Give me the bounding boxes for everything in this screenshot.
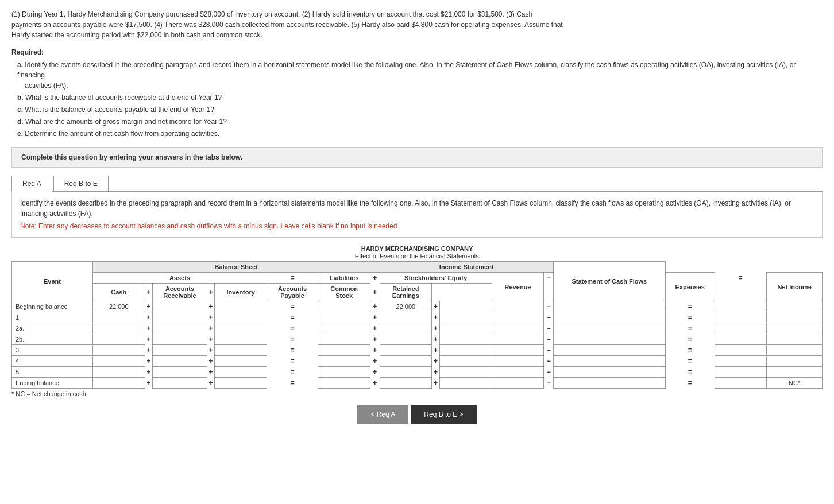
re-input-6[interactable] [450,369,481,375]
cash-input-1[interactable] [103,314,134,321]
cash-cell-1[interactable] [92,312,145,323]
next-button[interactable]: Req B to E > [411,405,476,424]
stmt-cf-cell-3[interactable] [767,334,823,345]
ap-input-7[interactable] [329,379,360,386]
revenue-input-7[interactable] [502,379,534,386]
ar-cell-4[interactable] [153,345,207,356]
ar-cell-7[interactable] [153,378,207,389]
re-input-1[interactable] [450,314,481,321]
expenses-cell-2[interactable] [553,323,665,334]
re-cell-1[interactable] [439,312,492,323]
expenses-input-0[interactable] [593,303,625,310]
ar-input-3[interactable] [164,336,195,343]
re-cell-6[interactable] [439,367,492,378]
cash-input-5[interactable] [103,358,134,365]
re-cell-0[interactable] [439,301,492,312]
cash-input-6[interactable] [103,369,134,375]
ap-cell-2[interactable] [318,323,370,334]
expenses-input-7[interactable] [593,379,625,386]
expenses-cell-3[interactable] [553,334,665,345]
common-stock-cell-4[interactable] [380,345,432,356]
common-stock-input-5[interactable] [390,358,422,365]
revenue-cell-2[interactable] [492,323,544,334]
expenses-input-5[interactable] [593,358,625,365]
net-income-cell-6[interactable] [715,367,767,378]
expenses-input-2[interactable] [593,325,625,332]
ap-cell-3[interactable] [318,334,370,345]
revenue-input-4[interactable] [502,347,534,354]
stmt-cf-input-5[interactable] [779,358,810,365]
expenses-cell-5[interactable] [553,356,665,367]
prev-button[interactable]: < Req A [357,405,408,424]
inventory-cell-0[interactable] [215,301,267,312]
ap-input-6[interactable] [329,369,360,375]
revenue-input-1[interactable] [502,314,534,321]
ar-input-1[interactable] [164,314,195,321]
ar-input-4[interactable] [164,347,195,354]
inventory-input-3[interactable] [225,336,257,343]
stmt-cf-cell-2[interactable] [767,323,823,334]
expenses-input-4[interactable] [593,347,625,354]
cash-cell-5[interactable] [92,356,145,367]
cash-cell-3[interactable] [92,334,145,345]
net-income-cell-5[interactable] [715,356,767,367]
common-stock-input-1[interactable] [390,314,422,321]
inventory-cell-2[interactable] [215,323,267,334]
revenue-cell-5[interactable] [492,356,544,367]
net-income-cell-7[interactable] [715,378,767,389]
revenue-cell-7[interactable] [492,378,544,389]
net-income-cell-0[interactable] [715,301,767,312]
common-stock-input-2[interactable] [390,325,422,332]
ap-input-4[interactable] [329,347,360,354]
ar-input-6[interactable] [164,369,195,375]
cash-cell-2[interactable] [92,323,145,334]
stmt-cf-input-3[interactable] [779,336,810,343]
cash-cell-0[interactable]: 22,000 [92,301,145,312]
stmt-cf-input-0[interactable] [779,303,810,310]
ap-input-3[interactable] [329,336,360,343]
common-stock-input-3[interactable] [390,336,422,343]
stmt-cf-input-4[interactable] [779,347,810,354]
revenue-cell-6[interactable] [492,367,544,378]
stmt-cf-input-6[interactable] [779,369,810,375]
inventory-cell-6[interactable] [215,367,267,378]
ap-input-5[interactable] [329,358,360,365]
ar-input-7[interactable] [164,379,195,386]
revenue-cell-3[interactable] [492,334,544,345]
stmt-cf-cell-4[interactable] [767,345,823,356]
inventory-input-5[interactable] [225,358,257,365]
cash-cell-6[interactable] [92,367,145,378]
re-cell-3[interactable] [439,334,492,345]
inventory-cell-5[interactable] [215,356,267,367]
common-stock-cell-0[interactable]: 22,000 [380,301,432,312]
net-income-cell-2[interactable] [715,323,767,334]
net-income-input-0[interactable] [725,303,756,310]
ar-cell-0[interactable] [153,301,207,312]
common-stock-cell-5[interactable] [380,356,432,367]
expenses-cell-1[interactable] [553,312,665,323]
ar-cell-1[interactable] [153,312,207,323]
ap-cell-4[interactable] [318,345,370,356]
ap-cell-0[interactable] [318,301,370,312]
re-input-3[interactable] [450,336,481,343]
revenue-input-3[interactable] [502,336,534,343]
re-input-7[interactable] [450,379,481,386]
ar-cell-2[interactable] [153,323,207,334]
ar-cell-6[interactable] [153,367,207,378]
net-income-cell-3[interactable] [715,334,767,345]
common-stock-input-7[interactable] [390,379,422,386]
stmt-cf-cell-5[interactable] [767,356,823,367]
ap-cell-1[interactable] [318,312,370,323]
cash-cell-7[interactable] [92,378,145,389]
stmt-cf-cell-7[interactable]: NC* [767,378,823,389]
expenses-input-3[interactable] [593,336,625,343]
ap-cell-6[interactable] [318,367,370,378]
expenses-cell-0[interactable] [553,301,665,312]
inventory-cell-3[interactable] [215,334,267,345]
ap-input-1[interactable] [329,314,360,321]
common-stock-cell-6[interactable] [380,367,432,378]
net-income-cell-1[interactable] [715,312,767,323]
net-income-input-2[interactable] [725,325,756,332]
stmt-cf-input-2[interactable] [779,325,810,332]
net-income-input-1[interactable] [725,314,756,321]
